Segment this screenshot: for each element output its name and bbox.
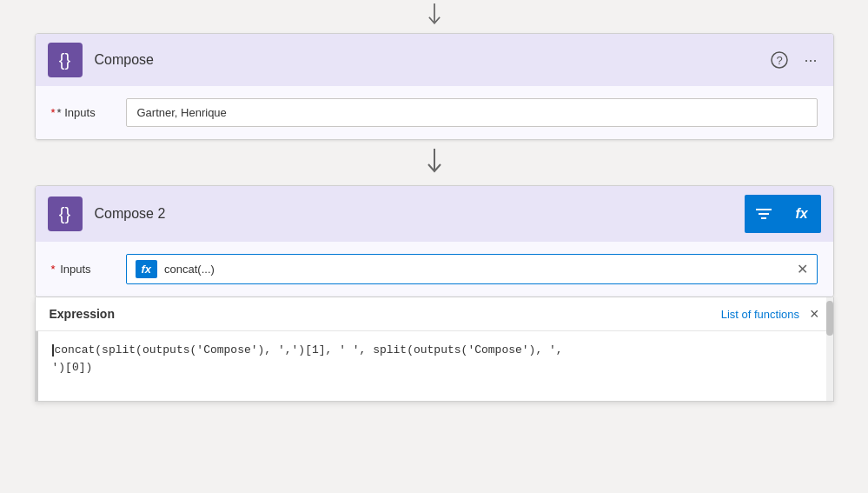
compose1-header: {} Compose ? ··· [36, 34, 833, 86]
expression-text: concat(...) [164, 263, 789, 276]
list-functions-link[interactable]: List of functions [721, 308, 799, 321]
expression-panel-close-button[interactable]: × [810, 306, 819, 322]
expression-clear-button[interactable]: ✕ [797, 263, 808, 276]
expression-code-line2: ')[0]) [52, 361, 93, 374]
compose2-filter-button[interactable] [745, 195, 783, 233]
compose1-card: {} Compose ? ··· ** Inputs [35, 33, 834, 140]
cursor [52, 344, 54, 356]
compose1-input[interactable] [126, 98, 818, 127]
compose1-help-button[interactable]: ? [767, 48, 792, 72]
compose2-icon: {} [48, 197, 83, 231]
page-container: {} Compose ? ··· ** Inputs [0, 0, 868, 493]
compose2-field-row: * Inputs fx concat(...) ✕ [51, 254, 818, 284]
compose2-body: * Inputs fx concat(...) ✕ [36, 242, 833, 296]
compose2-header: {} Compose 2 fx [36, 186, 833, 242]
expression-code: concat(split(outputs('Compose'), ',')[1]… [55, 343, 563, 356]
panel-scrollbar[interactable] [826, 297, 833, 401]
compose2-fx-button[interactable]: fx [783, 195, 821, 233]
compose1-title: Compose [95, 52, 768, 68]
panel-scrollbar-thumb [826, 301, 833, 336]
compose2-title: Compose 2 [95, 206, 745, 222]
compose2-actions: fx [745, 195, 821, 233]
expression-panel-header: Expression List of functions × [36, 297, 833, 331]
top-arrow [424, 3, 445, 28]
fx-badge: fx [136, 260, 158, 278]
expression-panel: Expression List of functions × concat(sp… [35, 297, 834, 402]
middle-arrow [424, 149, 445, 177]
compose2-input-label: * Inputs [51, 263, 112, 276]
expression-panel-title: Expression [50, 307, 115, 321]
compose1-icon: {} [48, 43, 83, 77]
compose1-field-row: ** Inputs [51, 98, 818, 127]
expression-editor[interactable]: concat(split(outputs('Compose'), ',')[1]… [36, 331, 833, 401]
compose1-more-button[interactable]: ··· [800, 48, 820, 73]
compose1-input-label: ** Inputs [51, 106, 112, 119]
compose1-actions: ? ··· [767, 48, 820, 73]
compose2-card: {} Compose 2 fx * Inputs [35, 185, 834, 297]
expression-panel-actions: List of functions × [721, 306, 819, 322]
compose2-expression-field[interactable]: fx concat(...) ✕ [126, 254, 818, 284]
compose1-body: ** Inputs [36, 86, 833, 139]
svg-text:?: ? [777, 54, 783, 67]
